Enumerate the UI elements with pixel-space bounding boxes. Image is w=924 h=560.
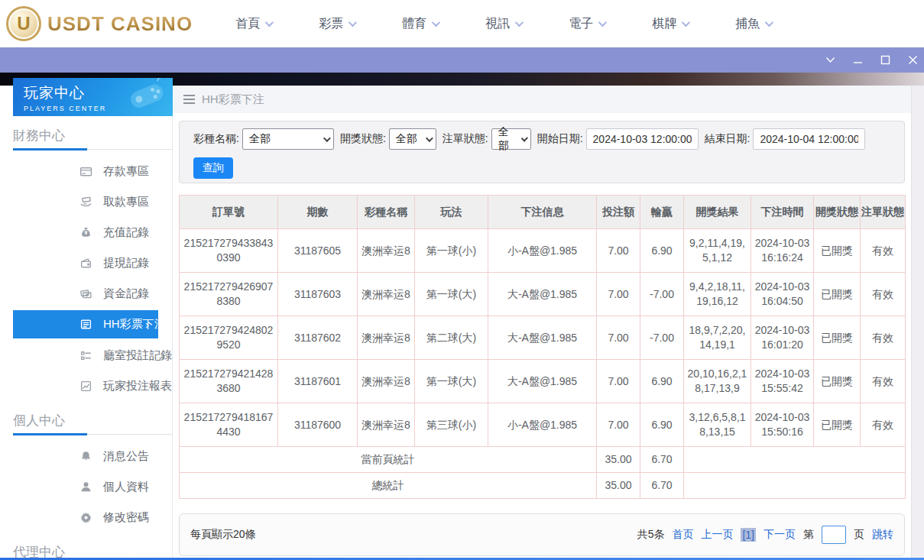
- sidebar-item-announcements[interactable]: 消息公告: [13, 441, 158, 471]
- page-size-text: 每頁顯示20條: [190, 528, 256, 542]
- nav-item-video[interactable]: 視訊: [485, 16, 521, 32]
- lottery-type-select[interactable]: 全部: [242, 128, 334, 150]
- lottery-type-label: 彩種名稱:: [193, 132, 239, 146]
- sidebar-item-label: 廳室投註記錄: [103, 348, 172, 363]
- prev-page-link[interactable]: 上一页: [701, 528, 733, 542]
- wallet-icon: [79, 256, 92, 270]
- next-page-link[interactable]: 下一页: [764, 528, 796, 542]
- chevron-down-icon: [521, 134, 528, 141]
- sidebar-item-deposit[interactable]: 存款專區: [13, 156, 158, 186]
- table-cell: 第一球(大): [415, 360, 488, 403]
- nav-item-electronic[interactable]: 電子: [569, 16, 605, 32]
- nav-item-boardgames[interactable]: 棋牌: [652, 16, 688, 32]
- chevron-down-icon: [598, 18, 607, 27]
- sidebar-item-profile[interactable]: 個人資料: [13, 471, 158, 502]
- first-page-link[interactable]: 首页: [672, 528, 693, 542]
- jump-page-input[interactable]: [822, 526, 846, 544]
- search-button[interactable]: 查詢: [193, 157, 233, 179]
- table-cell: 31187600: [278, 403, 358, 447]
- column-header: 開獎結果: [684, 196, 751, 229]
- summary-label: 總統計: [180, 473, 597, 499]
- nav-label: 首頁: [235, 16, 260, 32]
- brand-logo[interactable]: U USDT CASINO: [6, 6, 193, 41]
- nav-label: 體育: [402, 16, 426, 32]
- summary-label: 當前頁統計: [180, 447, 597, 473]
- summary-bet-total: 35.00: [597, 447, 640, 473]
- hamburger-menu-icon[interactable]: [183, 95, 195, 104]
- draw-status-value: 全部: [396, 132, 417, 146]
- sidebar-item-recharge-records[interactable]: ¥ 充值記錄: [13, 217, 158, 248]
- nav-item-sports[interactable]: 體育: [402, 16, 438, 32]
- close-icon[interactable]: [907, 55, 918, 66]
- column-header: 投注額: [597, 196, 640, 229]
- table-cell: 18,9,7,2,20,14,19,1: [684, 316, 751, 360]
- table-cell: 澳洲幸运8: [358, 316, 415, 360]
- sidebar-item-label: 個人資料: [103, 480, 149, 494]
- sidebar-item-hh-lottery-bets[interactable]: HH彩票下注 ›: [13, 310, 158, 338]
- minimize-icon[interactable]: [852, 55, 863, 66]
- sidebar-item-funds-records[interactable]: 資金記錄: [13, 278, 158, 309]
- sidebar-item-label: HH彩票下注: [103, 317, 166, 332]
- table-cell: 澳洲幸运8: [358, 360, 415, 403]
- summary-empty-cell: [684, 473, 906, 499]
- draw-status-label: 開獎狀態:: [340, 132, 386, 146]
- nav-label: 捕魚: [735, 16, 760, 32]
- lottery-type-value: 全部: [249, 132, 271, 146]
- maximize-icon[interactable]: [880, 55, 890, 66]
- pager: 共5条 首页 上一页 [1] 下一页 第 页 跳转: [637, 526, 893, 544]
- sidebar-item-change-password[interactable]: 修改密碼: [13, 502, 158, 532]
- coin-logo-icon: U: [6, 6, 41, 41]
- jump-suffix-label: 页: [854, 528, 864, 542]
- sidebar-item-label: 消息公告: [103, 449, 149, 464]
- table-cell: 已開獎: [814, 360, 861, 403]
- bell-icon: [79, 449, 92, 463]
- table-cell: 第三球(小): [415, 403, 488, 447]
- jump-button[interactable]: 跳转: [872, 528, 893, 542]
- lottery-list-icon: [79, 318, 92, 332]
- sidebar-section-finance: 財務中心: [13, 127, 172, 150]
- table-cell: 7.00: [597, 316, 640, 360]
- breadcrumb: HH彩票下注: [173, 86, 911, 113]
- table-cell: 20,10,16,2,18,17,13,9: [684, 360, 751, 403]
- table-cell: 第一球(大): [415, 273, 488, 316]
- table-cell: 7.00: [597, 229, 640, 273]
- gear-icon: [79, 510, 92, 524]
- table-cell: 有效: [861, 360, 906, 403]
- start-date-label: 開始日期:: [537, 132, 583, 146]
- order-status-value: 全部: [498, 125, 515, 153]
- scrollbar-track[interactable]: [911, 86, 924, 558]
- nav-label: 彩票: [319, 16, 343, 32]
- sidebar-item-withdraw[interactable]: 取款專區: [13, 186, 158, 217]
- table-row: 2152172794181674430 31187600 澳洲幸运8 第三球(小…: [180, 403, 906, 447]
- window-chevron-down-icon[interactable]: [825, 55, 835, 66]
- chevron-down-icon: [265, 18, 274, 27]
- sidebar-item-withdrawal-records[interactable]: 提現記錄: [13, 248, 158, 278]
- column-header: 開獎狀態: [814, 196, 861, 229]
- start-date-input[interactable]: [586, 128, 699, 150]
- column-header: 注單狀態: [861, 196, 906, 229]
- sidebar-item-label: 提現記錄: [103, 256, 149, 270]
- nav-item-home[interactable]: 首頁: [235, 16, 271, 32]
- table-cell: 31187603: [278, 273, 358, 316]
- order-status-select[interactable]: 全部: [491, 128, 531, 150]
- table-row: 2152172794214283680 31187601 澳洲幸运8 第一球(大…: [180, 360, 906, 403]
- end-date-input[interactable]: [753, 128, 865, 150]
- sidebar-item-player-bet-report[interactable]: 玩家投注報表: [13, 371, 158, 401]
- funds-icon: [79, 286, 92, 300]
- top-header: U USDT CASINO 首頁 彩票 體育 視訊 電子 棋牌 捕魚: [0, 0, 924, 47]
- chevron-down-icon: [682, 18, 690, 27]
- table-cell: 2024-10-03 15:50:16: [751, 403, 814, 447]
- end-date-label: 結束日期:: [705, 132, 751, 146]
- main-nav: 首頁 彩票 體育 視訊 電子 棋牌 捕魚: [235, 16, 771, 32]
- main-content: HH彩票下注 彩種名稱: 全部 開獎狀態: 全部 注單狀態: 全部 開始日期: …: [173, 86, 911, 558]
- sidebar-item-label: 存款專區: [103, 164, 149, 179]
- nav-item-lottery[interactable]: 彩票: [319, 16, 355, 32]
- sidebar-item-hall-bet-records[interactable]: 廳室投註記錄: [13, 340, 158, 371]
- grand-summary-row: 總統計 35.00 6.70: [180, 473, 906, 499]
- withdraw-hand-icon: [79, 195, 92, 209]
- nav-item-fishing[interactable]: 捕魚: [735, 16, 771, 32]
- pagination-bar: 每頁顯示20條 共5条 首页 上一页 [1] 下一页 第 页 跳转: [179, 513, 905, 556]
- table-cell: 3,12,6,5,8,18,13,15: [684, 403, 751, 447]
- user-icon: [79, 480, 92, 494]
- draw-status-select[interactable]: 全部: [389, 128, 436, 150]
